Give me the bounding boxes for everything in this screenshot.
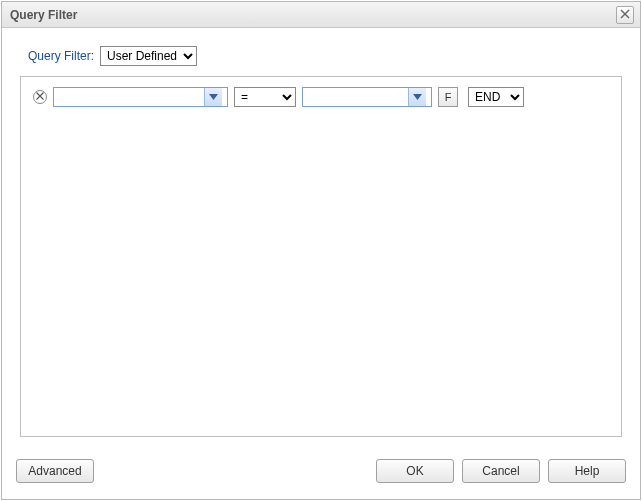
title-bar: Query Filter	[2, 2, 640, 28]
dialog-footer: Advanced OK Cancel Help	[2, 455, 640, 499]
filter-conditions-panel: = F END	[20, 76, 622, 437]
function-button-label: F	[445, 91, 452, 103]
value-dropdown-button[interactable]	[408, 88, 426, 106]
svg-marker-5	[413, 94, 422, 100]
help-button[interactable]: Help	[548, 459, 626, 483]
field-combo[interactable]	[53, 87, 228, 107]
close-button[interactable]	[616, 6, 634, 24]
query-filter-dialog: Query Filter Query Filter: User Defined	[1, 1, 641, 500]
value-combo[interactable]	[302, 87, 432, 107]
advanced-button[interactable]: Advanced	[16, 459, 94, 483]
field-dropdown-button[interactable]	[204, 88, 222, 106]
filter-type-row: Query Filter: User Defined	[28, 46, 622, 66]
function-button[interactable]: F	[438, 87, 458, 107]
filter-type-select[interactable]: User Defined	[100, 46, 197, 66]
remove-icon	[36, 92, 44, 102]
value-input[interactable]	[303, 88, 408, 106]
ok-button[interactable]: OK	[376, 459, 454, 483]
filter-type-label: Query Filter:	[28, 49, 94, 63]
footer-right-group: OK Cancel Help	[376, 459, 626, 483]
dialog-title: Query Filter	[10, 8, 616, 22]
operator-select[interactable]: =	[234, 87, 296, 107]
dialog-body: Query Filter: User Defined	[2, 28, 640, 455]
svg-marker-4	[209, 94, 218, 100]
filter-condition-row: = F END	[33, 87, 609, 107]
chevron-down-icon	[209, 94, 218, 100]
cancel-button[interactable]: Cancel	[462, 459, 540, 483]
conjunction-select[interactable]: END	[468, 87, 524, 107]
field-input[interactable]	[54, 88, 204, 106]
chevron-down-icon	[413, 94, 422, 100]
remove-condition-button[interactable]	[33, 90, 47, 104]
close-icon	[620, 9, 630, 21]
